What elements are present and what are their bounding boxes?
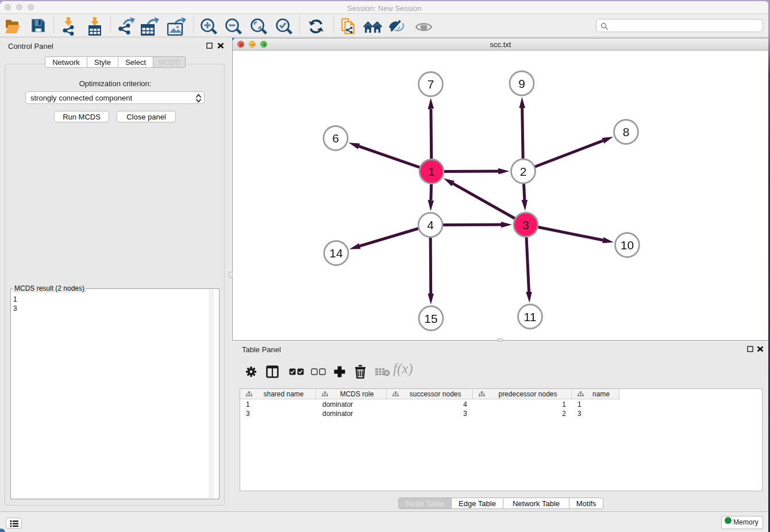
svg-text:2: 2 xyxy=(520,165,527,178)
svg-text:6: 6 xyxy=(332,132,339,145)
svg-text:14: 14 xyxy=(329,246,343,260)
svg-text:10: 10 xyxy=(621,238,634,252)
svg-text:15: 15 xyxy=(424,312,437,325)
svg-text:7: 7 xyxy=(428,78,434,91)
svg-text:3: 3 xyxy=(522,218,529,232)
svg-text:1: 1 xyxy=(428,165,435,178)
svg-text:4: 4 xyxy=(427,218,434,232)
svg-text:11: 11 xyxy=(524,310,537,323)
svg-text:8: 8 xyxy=(623,125,630,138)
svg-text:9: 9 xyxy=(518,77,525,90)
